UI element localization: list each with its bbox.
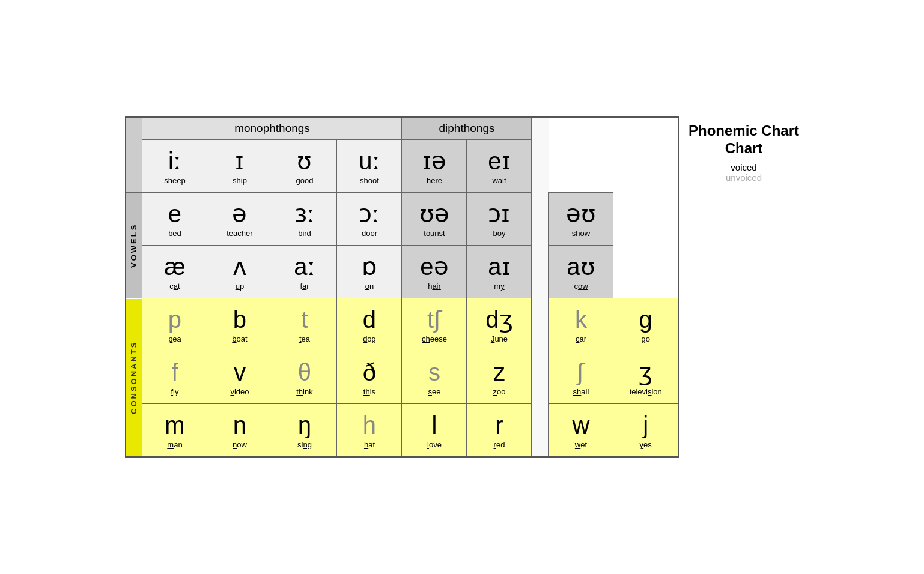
- consonants-section-label: CONSONANTS: [126, 298, 142, 457]
- header-row: monophthongs diphthongs: [126, 117, 678, 140]
- vowel-row-1: iː sheep ɪ ship ʊ good uː shoot ɪə here …: [126, 140, 678, 193]
- phonemic-chart: monophthongs diphthongs iː sheep ɪ ship …: [125, 116, 679, 458]
- title-block: Phonemic Chart Chart voiced unvoiced: [679, 116, 799, 183]
- consonant-row-2: f fly v video θ think ð this s see z zoo: [126, 351, 678, 404]
- vowel-row-2: VOWELS e bed ə teacher ɜː bird ɔː door ʊ…: [126, 193, 678, 246]
- unvoiced-label: unvoiced: [726, 172, 762, 183]
- chart-title: Phonemic Chart Chart: [688, 122, 799, 157]
- consonant-row-3: m man n now ŋ sing h hat l love r red: [126, 404, 678, 457]
- diphthongs-header: diphthongs: [402, 117, 532, 140]
- voiced-label: voiced: [731, 162, 756, 172]
- monophthongs-header: monophthongs: [142, 117, 402, 140]
- vowels-section-label: VOWELS: [126, 193, 142, 298]
- vowel-row-3: æ cat ʌ up aː far ɒ on eə hair aɪ my: [126, 246, 678, 298]
- consonant-row-1: CONSONANTS p pea b boat t tea d dog tʃ c…: [126, 298, 678, 351]
- outer-wrapper: monophthongs diphthongs iː sheep ɪ ship …: [125, 116, 799, 458]
